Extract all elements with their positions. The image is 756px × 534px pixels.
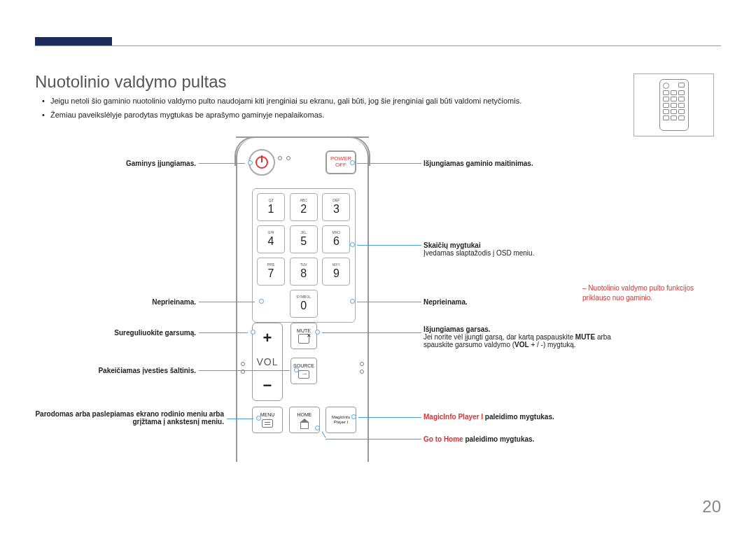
callout-line [227, 419, 253, 419]
callout-line [199, 163, 245, 164]
vol-label: VOL [256, 356, 278, 367]
key-4: GHI4 [257, 225, 285, 253]
ann-numkeys: Skaičių mygtukai Įvedamas slaptažodis į … [424, 241, 620, 257]
remote-illustration: POWER OFF QZ1 ABC2 DEF3 GHI4 JKL5 MNO6 P… [236, 136, 369, 462]
vol-minus-icon: − [263, 377, 272, 395]
ann-menu: Parodomas arba paslepiamas ekrano rodini… [28, 410, 224, 426]
key-0: SYMBOL0 [290, 290, 318, 318]
ann-source: Pakeičiamas įvesties šaltinis. [35, 367, 196, 374]
key-8: TUV8 [290, 258, 318, 286]
power-icon [255, 156, 268, 169]
note-item: Jeigu netoli šio gaminio nuotolinio vald… [42, 94, 714, 108]
callout-dot [251, 330, 255, 335]
top-rule [35, 45, 721, 46]
mute-button: MUTE [290, 323, 317, 349]
callout-dot [294, 367, 299, 372]
key-7: PRS7 [257, 258, 285, 286]
callout-line [357, 302, 421, 302]
volume-rocker: + VOL − [252, 323, 283, 401]
header-accent-bar [35, 37, 112, 45]
key-6: MNO6 [322, 225, 350, 253]
callout-dot [350, 160, 355, 165]
ann-power-on: Gaminys įjungiamas. [35, 160, 196, 167]
callout-dot [351, 414, 356, 419]
key-9: WXY9 [322, 258, 350, 286]
ann-magicinfo: MagicInfo Player I paleidimo mygtukas. [424, 413, 620, 421]
ann-na-left: Neprieinama. [35, 298, 196, 306]
ann-power-off: Išjungiamas gaminio maitinimas. [424, 160, 620, 167]
callout-dot [350, 242, 355, 247]
callout-dot [256, 416, 261, 421]
vol-plus-icon: + [263, 329, 272, 347]
callout-line [199, 370, 290, 371]
key-2: ABC2 [290, 193, 318, 221]
numpad: QZ1 ABC2 DEF3 GHI4 JKL5 MNO6 PRS7 TUV8 W… [252, 188, 356, 323]
callout-dot [259, 299, 264, 304]
home-icon [299, 419, 310, 428]
page-title: Nuotolinio valdymo pultas [35, 72, 226, 92]
footnote: – Nuotolinio valdymo pulto funkcijos pri… [582, 283, 715, 303]
callout-dot [315, 330, 320, 335]
callout-line [322, 332, 421, 333]
remote-thumbnail [634, 73, 714, 136]
note-item: Žemiau paveikslėlyje parodytas mygtukas … [42, 108, 714, 122]
callout-line [326, 439, 421, 440]
menu-icon [262, 419, 273, 428]
key-5: JKL5 [290, 225, 318, 253]
callout-dot [315, 426, 320, 430]
ann-mute: Išjungiamas garsas. Jei norite vėl įjung… [424, 325, 626, 349]
callout-line [357, 245, 421, 246]
callout-line [358, 417, 421, 418]
callout-line [199, 332, 248, 333]
key-1: QZ1 [257, 193, 285, 221]
mute-icon [298, 334, 309, 344]
source-icon [298, 370, 309, 379]
key-3: DEF3 [322, 193, 350, 221]
callout-line [357, 163, 421, 164]
grip-dots-left [241, 362, 245, 374]
page-number: 20 [702, 497, 721, 517]
notes-list: Jeigu netoli šio gaminio nuotolinio vald… [42, 94, 714, 122]
callout-dot [248, 160, 253, 165]
callout-dot [350, 299, 355, 304]
callout-line [199, 302, 255, 302]
grip-dots-right [360, 362, 364, 374]
magicinfo-button: MagicInfo Player I [326, 407, 356, 433]
ann-home: Go to Home paleidimo mygtukas. [424, 435, 620, 443]
ann-volume: Sureguliuokite garsumą. [35, 329, 196, 337]
ir-dots [278, 156, 290, 160]
